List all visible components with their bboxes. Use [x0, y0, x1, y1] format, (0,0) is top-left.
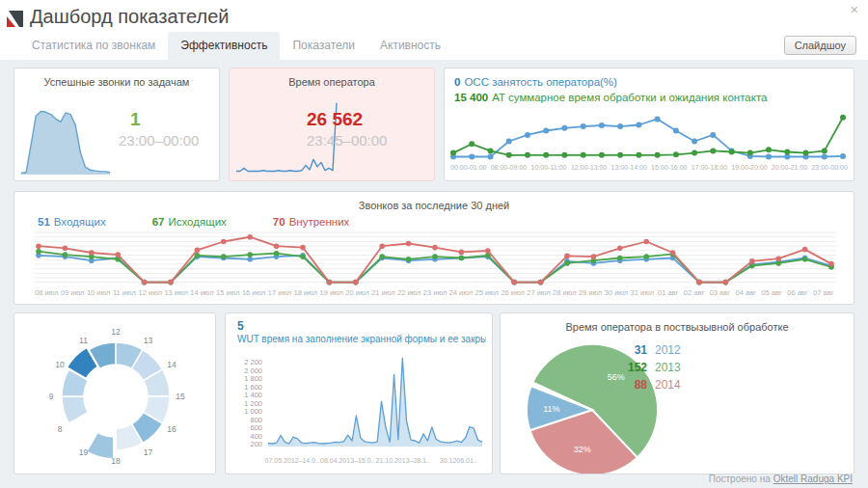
- occupancy-value: 0: [454, 76, 460, 88]
- chart-text: 10: [55, 360, 65, 369]
- success-calls-value: 1: [130, 109, 141, 130]
- chart-text: 11: [79, 336, 88, 345]
- x-axis-label: 26 июл: [500, 288, 526, 297]
- legend-item: 51Входящих: [38, 216, 106, 228]
- wut-x-axis: 07.05.2012–14.0..08.04.2013–15.0..21.10.…: [264, 457, 486, 464]
- x-axis-label: 28 июл: [552, 288, 578, 297]
- card-hours-donut: 8910111213141516171819: [14, 312, 216, 474]
- card-calls-30-days: Звонков за последние 30 дней 51Входящих6…: [14, 191, 854, 305]
- x-axis-label: 17:00-18:00: [690, 164, 730, 171]
- operator-time-value: 26 562: [307, 109, 363, 130]
- chart-text: 8: [58, 424, 63, 434]
- occupancy-line-chart: [448, 109, 851, 163]
- chart-text: 17: [144, 447, 153, 457]
- x-axis-label: 23:00-00:00: [809, 164, 850, 171]
- x-axis-label: 04 авг: [733, 288, 759, 297]
- tab-indicators[interactable]: Показатели: [280, 32, 367, 60]
- x-axis-label: 19 июл: [318, 288, 344, 297]
- chart-text: 11%: [543, 404, 559, 414]
- x-axis-label: 20 июл: [344, 288, 370, 297]
- handling-time-label: AT суммарное время обработки и ожидания …: [492, 92, 767, 103]
- chart-text: 12: [111, 327, 121, 337]
- slideshow-button[interactable]: Слайдшоу: [784, 36, 856, 55]
- card-wut: 5 WUT время на заполнение экранной формы…: [225, 312, 493, 474]
- chart-text: 14: [167, 360, 176, 369]
- x-axis-label: 15 июл: [215, 288, 241, 297]
- x-axis-label: 15:00-16:00: [649, 164, 690, 171]
- x-axis-label: 21 июл: [370, 288, 396, 297]
- handling-time-metric: 15 400AT суммарное время обработки и ожи…: [454, 92, 767, 103]
- x-axis-label: 27 июл: [526, 288, 552, 297]
- close-icon[interactable]: ×: [851, 3, 858, 16]
- x-axis-label: 03 авг: [707, 288, 733, 297]
- chart-text: 16: [167, 424, 176, 434]
- x-axis-label: 19:00-20:00: [729, 164, 770, 171]
- chart-text: 13: [144, 336, 153, 345]
- x-axis-label: 11 июл: [112, 288, 138, 297]
- x-axis-label: 08:00-09:00: [489, 164, 529, 171]
- card-title-calls-30-days: Звонков за последние 30 дней: [14, 192, 854, 211]
- card-success-calls: Успешные звонки по задачам 1 23:00–00:00: [14, 68, 220, 181]
- operator-time-period: 23:45–00:00: [307, 132, 387, 149]
- card-occupancy: 0OCC занятость оператора(%) 15 400AT сум…: [444, 68, 854, 181]
- postcall-legend: 3120121522013882014: [614, 343, 681, 395]
- tab-bar: Статистика по звонкам Эффективность Пока…: [19, 32, 453, 60]
- x-axis-label: 14 июл: [189, 288, 215, 297]
- legend-item: 67Исходящих: [152, 216, 227, 228]
- occupancy-x-axis: 00:00-01:0008:00-09:0010:00-11:0012:00-1…: [448, 164, 850, 171]
- calls-30-x-axis: 08 июл09 июл10 июл11 июл12 июл13 июл14 и…: [34, 288, 836, 297]
- x-axis-label: 30 июл: [604, 288, 630, 297]
- x-axis-label: 10 июл: [86, 288, 112, 297]
- chart-text: 18: [111, 456, 121, 466]
- footer-link[interactable]: Oktell Raduga KPI: [773, 474, 853, 484]
- pie-legend-row: 312012: [614, 343, 681, 361]
- pie-legend-row: 1522013: [614, 361, 681, 378]
- tab-efficiency[interactable]: Эффективность: [168, 32, 280, 60]
- wut-area-chart: 2 2002 0001 8001 6001 4001 2001 00080060…: [226, 350, 492, 454]
- chart-text: 9: [49, 392, 54, 401]
- success-calls-area-chart: [18, 94, 113, 178]
- x-axis-label: 10:00-11:00: [529, 164, 569, 171]
- x-axis-label: 24 июл: [448, 288, 475, 297]
- tab-activity[interactable]: Активность: [367, 32, 453, 60]
- x-axis-label: 06 авг: [784, 288, 810, 297]
- x-axis-label: 08.04.2013–15.0..: [320, 457, 376, 464]
- x-axis-label: 22 июл: [396, 288, 422, 297]
- x-axis-label: 07 авг: [810, 288, 836, 297]
- card-title-operator-time: Время оператора: [230, 68, 434, 88]
- x-axis-label: 12:00-13:00: [569, 164, 610, 171]
- x-axis-label: 13:00-14:00: [609, 164, 649, 171]
- footer-credit: Построено наOktell Raduga KPI: [709, 474, 853, 484]
- dashboard-window: Дашборд показателей × Статистика по звон…: [0, 0, 868, 488]
- wut-title: WUT время на заполнение экранной формы и…: [237, 334, 486, 344]
- x-axis-label: 16 июл: [241, 288, 267, 297]
- x-axis-label: 00:00-01:00: [448, 164, 489, 171]
- x-axis-label: 17 июл: [267, 288, 293, 297]
- x-axis-label: 29 июл: [578, 288, 604, 297]
- tab-call-statistics[interactable]: Статистика по звонкам: [19, 32, 168, 60]
- card-title-success-calls: Успешные звонки по задачам: [14, 68, 219, 88]
- x-axis-label: 07.05.2012–14.0..: [264, 457, 320, 464]
- x-axis-label: 31 июл: [629, 288, 655, 297]
- x-axis-label: 02 авг: [681, 288, 707, 297]
- x-axis-label: 21.10.2013–28.1..: [375, 457, 431, 464]
- occupancy-label: OCC занятость оператора(%): [464, 76, 617, 88]
- calls-30-legend: 51Входящих67Исходящих70Внутренних: [38, 216, 395, 228]
- x-axis-label: 13 июл: [163, 288, 189, 297]
- footer-text: Построено на: [709, 474, 771, 484]
- x-axis-label: 08 июл: [34, 288, 60, 297]
- hours-donut-chart: 8910111213141516171819: [14, 313, 215, 474]
- pie-legend-row: 882014: [614, 378, 681, 395]
- x-axis-label: 23 июл: [422, 288, 448, 297]
- card-postcall-pie: Время оператора в поствызывной обработке…: [500, 312, 854, 474]
- x-axis-label: 01 авг: [655, 288, 681, 297]
- x-axis-label: 05 авг: [759, 288, 785, 297]
- chart-text: 19: [79, 447, 89, 457]
- page-title: Дашборд показателей: [30, 6, 229, 28]
- x-axis-label: 12 июл: [137, 288, 163, 297]
- x-axis-label: 30.1206.01..: [431, 457, 487, 464]
- chart-text: 200: [250, 440, 262, 448]
- app-logo-icon: [7, 11, 23, 27]
- legend-item: 70Внутренних: [273, 216, 350, 228]
- x-axis-label: 25 июл: [474, 288, 500, 297]
